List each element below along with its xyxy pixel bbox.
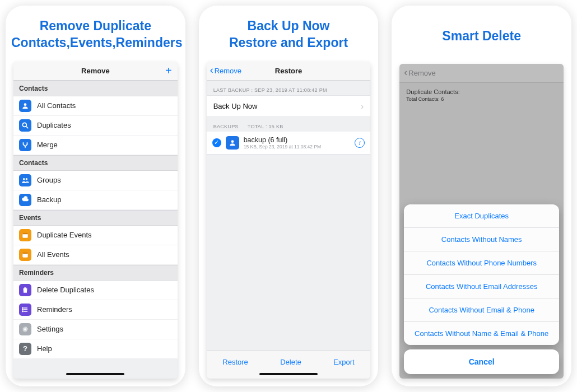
- chevron-left-icon: ‹: [210, 65, 213, 75]
- add-button[interactable]: +: [165, 65, 172, 76]
- section-contacts: Contacts: [13, 81, 178, 96]
- dim-body: Duplicate Contacts: Total Contacts: 6: [399, 83, 564, 108]
- section-contacts-2: Contacts: [13, 155, 178, 171]
- hero-title: Remove Duplicate Contacts,Events,Reminde…: [6, 6, 185, 62]
- person-icon: [226, 136, 239, 150]
- help-icon: ?: [19, 343, 31, 355]
- svg-point-3: [23, 178, 25, 180]
- hero-title: Smart Delete: [392, 6, 571, 64]
- dup-heading: Duplicate Contacts:: [406, 88, 557, 95]
- screen-restore: ‹ Remove Restore LAST BACKUP : SEP 23, 2…: [207, 62, 371, 379]
- svg-point-16: [231, 140, 234, 143]
- last-backup-label: LAST BACKUP : SEP 23, 2019 AT 11:08:42 P…: [207, 81, 371, 95]
- person-icon: [19, 100, 31, 112]
- search-icon: [19, 119, 31, 132]
- back-button[interactable]: ‹ Remove: [210, 66, 241, 76]
- home-indicator: [259, 373, 318, 375]
- sheet-without-email-phone[interactable]: Contacts Without Email & Phone: [404, 298, 559, 322]
- backup-subtitle: 15 KB, Sep 23, 2019 at 11:08:42 PM: [244, 144, 321, 150]
- delete-button[interactable]: Delete: [280, 358, 301, 366]
- sheet-without-name-email-phone[interactable]: Contacts Without Name & Email & Phone: [404, 322, 559, 345]
- screen-remove: Remove + Contacts All Contacts Duplicate…: [13, 62, 178, 379]
- svg-rect-8: [22, 253, 27, 254]
- navbar-dimmed: ‹ Remove: [399, 64, 564, 83]
- chevron-left-icon: ‹: [404, 67, 407, 78]
- row-help[interactable]: ? Help: [13, 339, 178, 359]
- screen-smart-delete: ‹ Remove Duplicate Contacts: Total Conta…: [399, 64, 564, 379]
- restore-button[interactable]: Restore: [222, 358, 248, 366]
- panel-restore: Back Up Now Restore and Export ‹ Remove …: [199, 6, 379, 386]
- navbar: ‹ Remove Restore: [207, 62, 371, 81]
- svg-point-14: [22, 311, 24, 312]
- svg-line-2: [26, 127, 29, 129]
- info-icon[interactable]: i: [355, 138, 365, 148]
- merge-icon: [19, 139, 31, 151]
- sheet-without-names[interactable]: Contacts Without Names: [404, 228, 559, 251]
- row-all-events[interactable]: All Events: [13, 245, 178, 265]
- groups-icon: [19, 174, 31, 186]
- export-button[interactable]: Export: [333, 358, 355, 366]
- dup-sub: Total Contacts: 6: [406, 96, 557, 102]
- backup-entry[interactable]: ✓ backup (6 full) 15 KB, Sep 23, 2019 at…: [207, 132, 371, 155]
- svg-point-12: [22, 307, 24, 309]
- svg-point-4: [26, 178, 28, 180]
- panel-smart-delete: Smart Delete ‹ Remove Duplicate Contacts…: [392, 6, 571, 386]
- backup-title: backup (6 full): [244, 136, 321, 144]
- nav-title: Restore: [275, 67, 302, 75]
- navbar: Remove +: [13, 62, 178, 81]
- nav-title: Remove: [81, 67, 110, 75]
- panel-remove: Remove Duplicate Contacts,Events,Reminde…: [6, 6, 185, 386]
- calendar-icon: [19, 249, 31, 261]
- gear-icon: [19, 323, 31, 335]
- svg-point-0: [24, 103, 27, 106]
- row-merge[interactable]: Merge: [13, 136, 178, 155]
- svg-rect-6: [22, 233, 27, 234]
- sheet-without-phone[interactable]: Contacts Without Phone Numbers: [404, 251, 559, 275]
- check-icon: ✓: [212, 138, 221, 147]
- list-icon: [19, 304, 31, 316]
- backup-now-button[interactable]: Back Up Now ›: [207, 95, 371, 117]
- sheet-without-email[interactable]: Contacts Without Email Addresses: [404, 275, 559, 298]
- row-groups[interactable]: Groups: [13, 171, 178, 190]
- row-duplicate-events[interactable]: Duplicate Events: [13, 226, 178, 245]
- row-delete-duplicates[interactable]: Delete Duplicates: [13, 281, 178, 300]
- section-events: Events: [13, 210, 178, 226]
- backups-header: BACKUPS TOTAL : 15 KB: [207, 117, 371, 132]
- backup-icon: [19, 194, 31, 206]
- row-all-contacts[interactable]: All Contacts: [13, 96, 178, 116]
- sheet-exact-duplicates[interactable]: Exact Duplicates: [404, 204, 559, 228]
- trash-icon: [19, 284, 31, 296]
- svg-point-1: [22, 123, 26, 127]
- row-reminders[interactable]: Reminders: [13, 300, 178, 320]
- svg-point-13: [22, 309, 24, 310]
- section-reminders: Reminders: [13, 265, 178, 281]
- chevron-right-icon: ›: [361, 101, 364, 111]
- action-sheet: Exact Duplicates Contacts Without Names …: [404, 204, 559, 374]
- hero-title: Back Up Now Restore and Export: [199, 6, 379, 62]
- home-indicator: [66, 373, 124, 375]
- calendar-dup-icon: [19, 229, 31, 241]
- row-settings[interactable]: Settings: [13, 320, 178, 339]
- sheet-cancel-button[interactable]: Cancel: [404, 349, 559, 374]
- row-duplicates[interactable]: Duplicates: [13, 116, 178, 136]
- row-backup[interactable]: Backup: [13, 190, 178, 210]
